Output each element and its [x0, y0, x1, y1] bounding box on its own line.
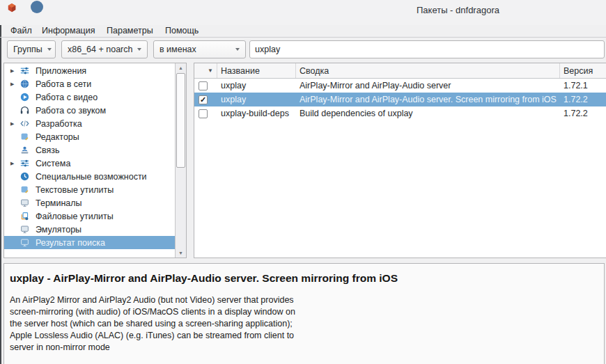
monitor-icon [20, 225, 31, 234]
sidebar-item-label: Система [36, 159, 70, 168]
header-summary[interactable]: Сводка [296, 63, 560, 78]
package-rows: uxplayAirPlay-Mirror and AirPlay-Audio s… [194, 79, 606, 120]
group-filter-label: Группы [13, 45, 42, 54]
screen-edge-strip [0, 14, 1, 364]
sliders-icon [20, 66, 31, 75]
communication-icon [20, 145, 31, 155]
package-table: ▼ Название Сводка Версия uxplayAirPlay-M… [194, 63, 606, 258]
sidebar-item[interactable]: Терминалы [4, 196, 175, 209]
package-name-cell: uxplay-build-deps [217, 109, 296, 118]
sidebar-item-label: Приложения [36, 66, 86, 76]
sidebar-item-label: Текстовые утилиты [36, 185, 114, 195]
sidebar-item-label: Редакторы [36, 132, 79, 142]
menubar: Файл Информация Параметры Помощь [0, 25, 606, 38]
table-row[interactable]: uxplay-build-depsBuild dependencies of u… [194, 106, 606, 120]
sidebar-item-label: Работа в сети [36, 79, 91, 89]
search-input[interactable] [249, 40, 605, 58]
group-filter-dropdown[interactable]: Группы [7, 40, 56, 58]
package-summary-cell: AirPlay-Mirror and AirPlay-Audio server [296, 81, 560, 90]
header-select-column[interactable]: ▼ [194, 63, 217, 78]
menu-file[interactable]: Файл [10, 26, 32, 35]
sidebar-item[interactable]: Эмуляторы [4, 223, 175, 236]
chevron-down-icon [47, 48, 52, 51]
package-version-cell: 1.72.1 [560, 81, 606, 90]
expand-arrow-icon[interactable]: ▶ [9, 121, 20, 127]
sidebar-item-label: Эмуляторы [36, 225, 81, 235]
package-checkbox[interactable] [199, 81, 208, 90]
select-cell [194, 109, 217, 118]
search-scope-dropdown[interactable]: в именах [153, 40, 246, 58]
accessibility-icon [20, 172, 31, 181]
package-summary-cell: Build dependencies of uxplay [296, 109, 560, 118]
menu-help[interactable]: Помощь [165, 26, 199, 35]
chevron-down-icon [235, 48, 240, 51]
header-version[interactable]: Версия [560, 63, 606, 78]
note-icon [20, 132, 31, 141]
package-summary-cell: AirPlay-Mirror and AirPlay-Audio server.… [296, 95, 560, 104]
sidebar-item[interactable]: Специальные возможности [4, 170, 175, 183]
toolbar: Группы x86_64 + noarch в именах [0, 38, 606, 63]
search-scope-label: в именах [160, 45, 196, 54]
sidebar-tree: ▶Приложения▶Работа в сетиРабота с видеоР… [4, 64, 175, 249]
sidebar-item-label: Работа со звуком [36, 106, 106, 116]
arch-filter-dropdown[interactable]: x86_64 + noarch [61, 40, 148, 58]
sidebar-item-label: Связь [36, 145, 60, 155]
sidebar-item[interactable]: Текстовые утилиты [4, 183, 175, 196]
window-title: Пакеты - dnfdragora [417, 5, 499, 15]
chevron-down-icon [137, 48, 141, 51]
files-icon [20, 212, 31, 221]
table-row[interactable]: ✓uxplayAirPlay-Mirror and AirPlay-Audio … [194, 93, 606, 106]
expand-arrow-icon[interactable]: ▶ [9, 68, 20, 74]
sidebar-item[interactable]: Файловые утилиты [4, 209, 175, 223]
sidebar-item[interactable]: ▶Приложения [4, 64, 175, 77]
select-cell: ✓ [194, 95, 217, 104]
package-details-panel: uxplay - AirPlay-Mirror and AirPlay-Audi… [3, 263, 605, 364]
sidebar-item-label: Терминалы [36, 198, 82, 208]
sidebar-item[interactable]: ▶Разработка [4, 117, 175, 130]
play-circle-icon [20, 93, 31, 102]
sliders-icon [20, 159, 31, 168]
sort-indicator-icon: ▼ [208, 68, 213, 74]
table-row[interactable]: uxplayAirPlay-Mirror and AirPlay-Audio s… [194, 79, 606, 93]
taskbar-circle-icon [31, 1, 43, 13]
monitor-icon [20, 198, 31, 207]
package-checkbox[interactable]: ✓ [199, 95, 208, 104]
titlebar: Пакеты - dnfdragora [0, 0, 606, 25]
package-version-cell: 1.72.2 [560, 109, 606, 118]
dnfdragora-window: Пакеты - dnfdragora Файл Информация Пара… [0, 0, 606, 364]
globe-icon [20, 79, 31, 88]
groups-panel: ▶Приложения▶Работа в сетиРабота с видеоР… [3, 63, 187, 258]
sidebar-scrollbar[interactable]: ▲ ▼ [175, 63, 186, 258]
sidebar-item[interactable]: ▶Система [4, 157, 175, 170]
monitor-light-icon [20, 238, 31, 247]
sidebar-item-label: Файловые утилиты [36, 212, 114, 221]
sidebar-item[interactable]: Результат поиска [4, 236, 175, 249]
package-name-cell: uxplay [217, 81, 296, 90]
code-icon [20, 119, 31, 128]
scroll-up-icon[interactable]: ▲ [176, 63, 186, 72]
sidebar-item[interactable]: Работа с видео [4, 90, 175, 104]
package-name-cell: uxplay [217, 95, 296, 104]
table-header: ▼ Название Сводка Версия [194, 63, 606, 79]
sidebar-item[interactable]: Работа со звуком [4, 104, 175, 117]
details-title: uxplay - AirPlay-Mirror and AirPlay-Audi… [10, 272, 597, 285]
note-icon [20, 185, 31, 194]
select-cell [194, 81, 217, 90]
sidebar-item-label: Разработка [36, 119, 82, 129]
menu-information[interactable]: Информация [42, 26, 95, 35]
scroll-down-icon[interactable]: ▼ [176, 248, 186, 258]
checkmark-icon: ✓ [200, 96, 206, 104]
expand-arrow-icon[interactable]: ▶ [9, 81, 20, 87]
arch-filter-label: x86_64 + noarch [68, 45, 132, 54]
header-name[interactable]: Название [217, 63, 296, 78]
menu-options[interactable]: Параметры [107, 26, 153, 35]
package-checkbox[interactable] [199, 109, 208, 118]
scrollbar-thumb[interactable] [176, 73, 185, 168]
headphones-icon [20, 106, 31, 115]
sidebar-item[interactable]: Связь [4, 143, 175, 157]
expand-arrow-icon[interactable]: ▶ [9, 161, 20, 166]
sidebar-item-label: Специальные возможности [36, 172, 147, 182]
sidebar-item[interactable]: ▶Работа в сети [4, 77, 175, 90]
sidebar-item-label: Результат поиска [36, 238, 105, 248]
sidebar-item[interactable]: Редакторы [4, 130, 175, 143]
